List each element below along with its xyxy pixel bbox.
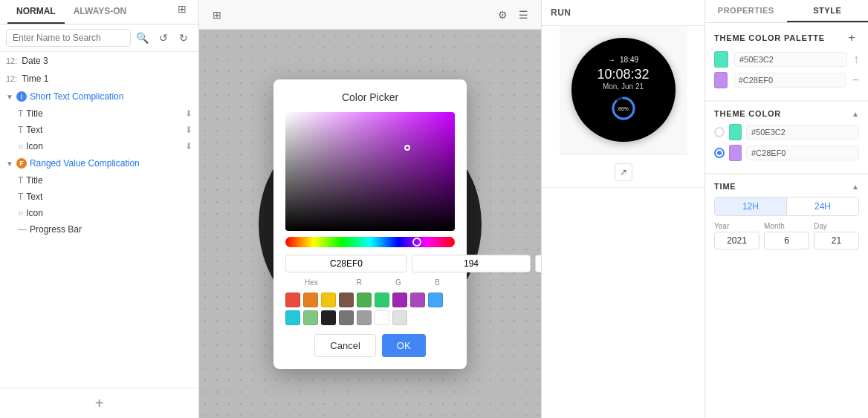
swatch-cyan[interactable] [285,310,300,325]
run-watch-container: → 18:49 10:08:32 Mon, Jun 21 86% ↗ [542,26,705,187]
r-label: R [342,278,377,287]
theme-color-swatch-1[interactable] [729,145,742,161]
swatch-purple1[interactable] [392,293,407,307]
run-watch-progress-ring: 86% [610,95,637,125]
external-link-button[interactable]: ↗ [615,163,632,181]
g-input[interactable] [535,255,541,272]
section-ranged-value[interactable]: ▼ F Ranged Value Complication [0,154,198,172]
palette-color-swatch-0[interactable] [714,51,728,68]
palette-remove-button-0[interactable]: ↑ [853,53,859,65]
swatch-white[interactable] [375,310,389,325]
theme-palette-header: THEME COLOR PALETTE + [714,30,859,45]
palette-item-1: − [714,72,859,88]
color-gradient-area[interactable] [285,112,455,231]
swatch-purple2[interactable] [410,293,425,307]
type-t-icon: T [18,108,23,119]
download-icon[interactable]: ⬇ [185,108,192,119]
child-label: Icon [26,141,182,151]
redo-icon[interactable]: ↻ [175,29,192,47]
search-icon[interactable]: 🔍 [134,29,152,47]
theme-hex-input-0[interactable] [746,125,859,140]
palette-remove-button-1[interactable]: − [852,74,859,86]
list-item[interactable]: ○ Icon ⬇ [0,138,198,154]
download-icon[interactable]: ⬇ [185,141,192,151]
r-input[interactable] [412,255,531,272]
layer-label: Date 3 [22,56,192,66]
undo-icon[interactable]: ↺ [155,29,172,47]
add-palette-button[interactable]: + [844,30,859,45]
collapse-time-icon[interactable]: ▲ [852,183,859,191]
color-inputs-row [285,255,455,272]
time-format-24h[interactable]: 24H [787,197,858,215]
add-layer-row: + [0,388,198,418]
divider [542,187,705,188]
swatch-blue[interactable] [428,293,443,307]
theme-hex-input-1[interactable] [746,146,859,160]
cancel-button[interactable]: Cancel [314,334,375,357]
layers-toolbar-icon[interactable]: ⊞ [208,6,226,24]
swatch-darkgray[interactable] [339,310,354,325]
swatch-yellow[interactable] [321,293,336,307]
theme-color-palette-section: THEME COLOR PALETTE + ↑ − [705,23,868,101]
theme-color-radio-1[interactable] [714,148,725,158]
layer-list: 12: Date 3 12: Time 1 ▼ i Short Text Com… [0,52,198,388]
settings-icon[interactable]: ⚙ [493,6,511,24]
tab-properties[interactable]: PROPERTIES [705,0,787,22]
color-input-labels: Hex R G B [285,278,455,287]
swatch-black[interactable] [321,310,336,325]
color-gradient-cursor [404,145,410,151]
theme-color-swatch-0[interactable] [729,124,742,140]
circle-icon: ○ [18,141,23,151]
hue-slider[interactable] [285,237,455,247]
list-item[interactable]: T Text [0,189,198,205]
palette-hex-input-0[interactable] [734,52,847,67]
palette-color-swatch-1[interactable] [714,72,728,88]
ok-button[interactable]: OK [382,334,426,357]
child-label: Icon [26,208,192,218]
section-label: Ranged Value Complication [30,158,140,169]
swatch-green1[interactable] [357,293,372,307]
swatch-brown[interactable] [339,293,354,307]
swatch-lightgreen[interactable] [303,310,318,325]
theme-color-header: THEME COLOR ▲ [714,109,859,118]
list-item[interactable]: T Title [0,172,198,189]
prop-tabs: PROPERTIES STYLE [705,0,868,23]
child-actions: ⬇ [185,141,192,151]
swatch-green2[interactable] [375,293,389,307]
swatch-lightgray[interactable] [392,310,407,325]
download-icon[interactable]: ⬇ [185,125,192,135]
search-input[interactable] [6,29,131,47]
swatch-gray[interactable] [357,310,372,325]
list-item[interactable]: T Title ⬇ [0,105,198,122]
hex-input[interactable] [285,255,407,272]
child-label: Text [26,192,192,202]
month-input[interactable] [764,232,809,249]
run-panel: RUN → 18:49 10:08:32 Mon, Jun 21 86% [541,0,705,418]
filter-icon[interactable]: ☰ [514,6,532,24]
run-arrow-icon: → [608,56,615,64]
list-item[interactable]: — Progress Bar [0,221,198,238]
year-input[interactable] [714,232,760,249]
layer-label: Time 1 [22,74,192,84]
b-label: B [420,278,455,287]
tab-always-on[interactable]: ALWAYS-ON [65,0,136,24]
list-item[interactable]: T Text ⬇ [0,122,198,138]
collapse-icon[interactable]: ▲ [852,110,859,118]
swatch-red[interactable] [285,293,300,307]
palette-hex-input-1[interactable] [733,73,846,88]
theme-color-radio-0[interactable] [714,127,725,137]
time-format-12h[interactable]: 12H [715,197,786,215]
add-layer-button[interactable]: + [91,394,108,412]
list-item[interactable]: ○ Icon [0,205,198,221]
layers-icon[interactable]: ⊞ [173,0,191,18]
day-field: Day [814,222,859,249]
swatch-orange[interactable] [303,293,318,307]
circle-icon: ○ [18,208,23,218]
type-t-icon: T [18,125,23,135]
tab-style[interactable]: STYLE [787,0,869,22]
day-input[interactable] [814,232,859,249]
list-item[interactable]: 12: Time 1 [0,70,198,88]
section-short-text[interactable]: ▼ i Short Text Complication [0,88,198,105]
tab-normal[interactable]: NORMAL [7,0,65,24]
list-item[interactable]: 12: Date 3 [0,52,198,70]
